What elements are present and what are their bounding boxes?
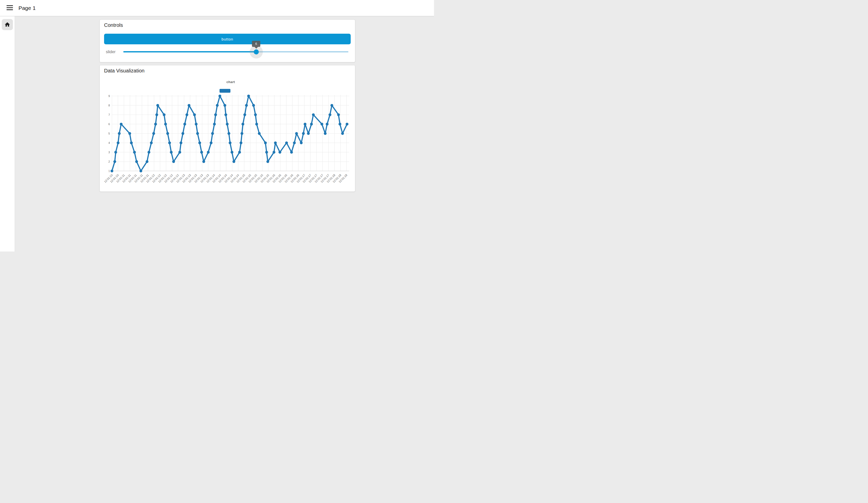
slider-value-tooltip: 6 bbox=[252, 41, 260, 47]
svg-text:4: 4 bbox=[108, 141, 110, 144]
svg-text:2: 2 bbox=[108, 160, 110, 163]
menu-icon[interactable] bbox=[7, 5, 13, 11]
svg-text:1: 1 bbox=[108, 170, 110, 173]
top-app-bar: Page 1 bbox=[0, 0, 434, 16]
chart-canvas[interactable]: 12:01:1012:01:1012:01:1112:01:1112:01:11… bbox=[100, 93, 355, 192]
viz-card-title: Data Visualization bbox=[104, 68, 145, 74]
svg-text:7: 7 bbox=[108, 113, 110, 116]
slider-fill bbox=[123, 51, 256, 52]
slider-label: slider bbox=[106, 50, 115, 54]
svg-text:6: 6 bbox=[108, 123, 110, 126]
sidebar bbox=[0, 16, 15, 252]
controls-card-title: Controls bbox=[104, 22, 123, 28]
chart-legend-swatch[interactable] bbox=[219, 89, 230, 93]
action-button[interactable]: button bbox=[104, 34, 351, 44]
data-visualization-card: Data Visualization chart 12:01:1012:01:1… bbox=[100, 65, 355, 192]
svg-text:9: 9 bbox=[108, 94, 110, 97]
slider-thumb[interactable] bbox=[254, 49, 259, 54]
svg-text:3: 3 bbox=[108, 151, 110, 154]
chart-title: chart bbox=[193, 80, 269, 84]
sidebar-home-button[interactable] bbox=[2, 19, 13, 30]
controls-card: Controls button slider 6 bbox=[100, 20, 355, 62]
home-icon bbox=[4, 21, 10, 28]
page-title: Page 1 bbox=[19, 0, 36, 16]
svg-text:5: 5 bbox=[108, 132, 110, 135]
svg-text:8: 8 bbox=[108, 104, 110, 107]
slider-track[interactable] bbox=[123, 51, 349, 52]
